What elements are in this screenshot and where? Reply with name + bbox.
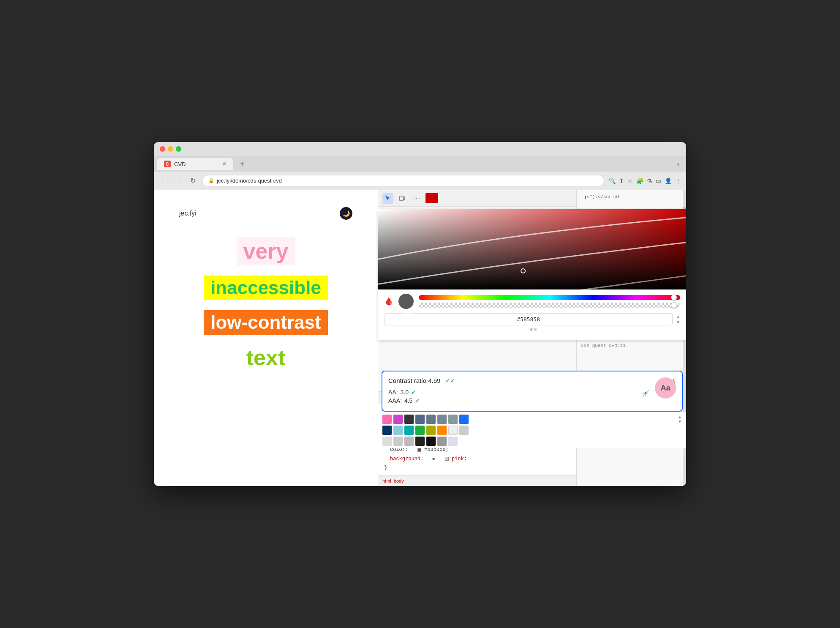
swatch[interactable] <box>393 426 403 435</box>
traffic-lights <box>160 146 181 152</box>
aa-label: AA: <box>388 389 398 396</box>
triangle-icon[interactable]: ▶ <box>433 456 436 462</box>
color-block <box>425 193 438 203</box>
bookmark-icon[interactable]: ☆ <box>627 177 633 184</box>
swatch[interactable] <box>459 415 469 424</box>
browser-content: jec.fyi 🌙 very inaccessible low-contrast… <box>154 190 686 486</box>
url-text: jec.fyi/demo/cds-quest-cvd <box>217 177 598 184</box>
mac-window: C CVD ✕ + › ← → ↻ 🔒 jec.fyi/demo/cds-que… <box>154 142 686 486</box>
word-lowcontrast: low-contrast <box>204 310 328 335</box>
swatch[interactable] <box>404 426 414 435</box>
more-tools-dots[interactable]: ⋯ <box>411 193 422 204</box>
tab-chevron[interactable]: › <box>674 158 683 170</box>
minimize-button[interactable] <box>168 146 173 152</box>
swatch[interactable] <box>437 415 447 424</box>
demo-content: very inaccessible low-contrast text <box>179 237 352 370</box>
contrast-eyedropper-button[interactable]: 💉 <box>641 389 650 397</box>
swatch[interactable] <box>404 437 414 446</box>
swatch[interactable] <box>415 437 425 446</box>
color-gradient[interactable] <box>378 209 686 289</box>
swatch[interactable] <box>393 437 403 446</box>
forward-button[interactable]: → <box>173 177 183 185</box>
tab-title: CVD <box>174 161 185 167</box>
experiment-icon[interactable]: ⚗ <box>647 177 652 184</box>
new-tab-button[interactable]: + <box>237 158 248 170</box>
aa-check: ✔ <box>411 389 416 396</box>
aa-value: 3.0 <box>401 389 409 396</box>
breadcrumb-html-bottom[interactable]: html <box>382 478 391 483</box>
dark-mode-toggle[interactable]: 🌙 <box>340 207 352 220</box>
contrast-ratio-label: Contrast ratio 4.59 ✔✔ <box>388 377 455 384</box>
address-icons: 🔍 ⬆ ☆ 🧩 ⚗ ▭ 👤 ⋮ <box>608 177 681 184</box>
profile-icon[interactable]: 👤 <box>665 177 672 184</box>
swatch[interactable] <box>382 426 392 435</box>
swatches-row-3 <box>382 437 682 446</box>
lock-icon: 🔒 <box>208 178 214 183</box>
inspector-tool-button[interactable] <box>382 193 393 204</box>
contrast-aaa-row: AAA: 4.5 ✔ <box>388 397 676 404</box>
swatch[interactable] <box>426 426 436 435</box>
contrast-sample: Aa <box>655 377 676 399</box>
swatches-row-2 <box>382 426 682 435</box>
address-input[interactable]: 🔒 jec.fyi/demo/cds-quest-cvd <box>202 175 604 186</box>
back-button[interactable]: ← <box>159 177 169 185</box>
swatch[interactable] <box>437 437 447 446</box>
contrast-aa-row: AA: 3.0 ✔ <box>388 389 676 396</box>
address-bar: ← → ↻ 🔒 jec.fyi/demo/cds-quest-cvd 🔍 ⬆ ☆… <box>154 172 686 190</box>
swatch[interactable] <box>448 415 458 424</box>
hue-slider[interactable] <box>419 295 680 300</box>
device-toolbar-button[interactable] <box>397 193 408 204</box>
tab-close-button[interactable]: ✕ <box>222 161 226 167</box>
swatch[interactable] <box>382 415 392 424</box>
site-logo: jec.fyi <box>179 210 196 217</box>
swatch[interactable] <box>459 426 469 435</box>
close-button[interactable] <box>160 146 165 152</box>
swatch[interactable] <box>415 426 425 435</box>
swatch[interactable] <box>404 415 414 424</box>
swatches-row-1: ▲ ▼ <box>382 415 682 424</box>
tab-favicon: C <box>164 161 171 167</box>
gradient-cursor[interactable] <box>521 268 526 273</box>
swatch[interactable] <box>426 437 436 446</box>
hue-thumb[interactable] <box>671 295 677 300</box>
browser-tab[interactable]: C CVD ✕ <box>157 158 233 170</box>
word-very: very <box>237 237 295 265</box>
site-header: jec.fyi 🌙 <box>179 207 352 220</box>
color-picker-popup: 🩸 #585858 <box>378 209 686 340</box>
gradient-curves <box>378 209 686 367</box>
swatch[interactable] <box>448 426 458 435</box>
swatch[interactable] <box>382 437 392 446</box>
right-code-line: -js");</script <box>581 194 682 199</box>
reload-button[interactable]: ↻ <box>188 177 198 185</box>
alpha-thumb[interactable] <box>671 302 677 308</box>
svg-rect-0 <box>400 196 403 201</box>
swatches-panel: ▲ ▼ <box>378 412 686 448</box>
menu-icon[interactable]: ⋮ <box>675 177 681 184</box>
contrast-ratio-value: 4.59 <box>428 377 440 384</box>
pink-swatch[interactable] <box>445 457 449 461</box>
word-text: text <box>246 345 285 370</box>
maximize-button[interactable] <box>176 146 181 152</box>
swatch[interactable] <box>437 426 447 435</box>
aaa-check: ✔ <box>415 397 420 404</box>
contrast-header: Contrast ratio 4.59 ✔✔ ∧ <box>388 377 676 385</box>
extension-icon[interactable]: 🧩 <box>636 177 644 184</box>
breadcrumb-body-bottom[interactable]: body <box>394 478 404 483</box>
title-bar <box>154 142 686 156</box>
swatch[interactable] <box>448 437 458 446</box>
swatch[interactable] <box>426 415 436 424</box>
swatch[interactable] <box>393 415 403 424</box>
devtools-panel: ⋯ ⚙ ⋮ ✕ <box>378 190 686 486</box>
tab-bar: C CVD ✕ + › <box>154 156 686 172</box>
aaa-label: AAA: <box>388 397 402 404</box>
sidebar-icon[interactable]: ▭ <box>656 177 661 184</box>
svg-rect-1 <box>403 197 405 200</box>
share-icon[interactable]: ⬆ <box>619 177 624 184</box>
swatches-arrows[interactable]: ▲ ▼ <box>678 415 682 424</box>
search-icon[interactable]: 🔍 <box>608 177 616 184</box>
alpha-slider[interactable] <box>419 303 680 308</box>
contrast-panel: Contrast ratio 4.59 ✔✔ ∧ AA: 3.0 ✔ AAA: … <box>382 371 683 412</box>
aaa-value: 4.5 <box>404 397 412 404</box>
prop-value-pink: pink; <box>452 456 467 462</box>
swatch[interactable] <box>415 415 425 424</box>
